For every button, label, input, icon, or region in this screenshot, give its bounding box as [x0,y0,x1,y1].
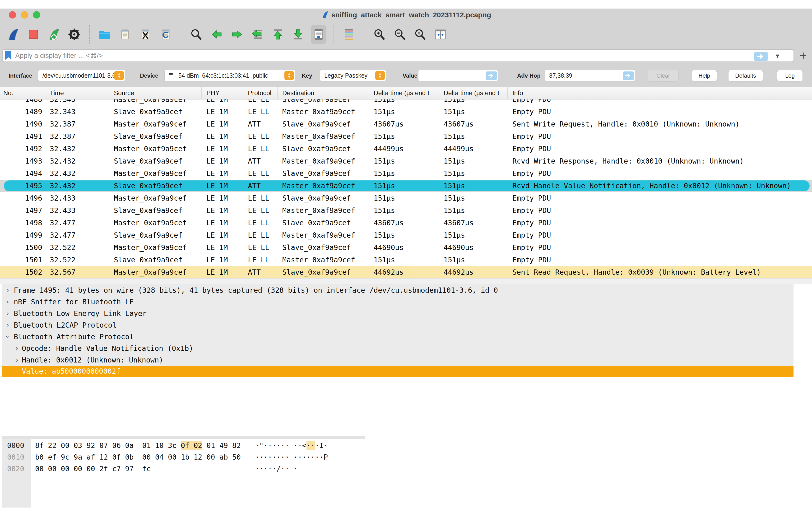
hex-bytes[interactable]: 00 00 00 00 00 2f c7 97 fc [35,463,151,475]
detail-text: Bluetooth Attribute Protocol [14,331,134,343]
display-filter-input[interactable]: Apply a display filter ... <⌘/> ▾ [2,49,794,62]
advhop-input[interactable]: 37,38,39 [545,69,635,82]
hex-bytes[interactable]: 8f 22 00 03 92 07 06 0a 01 10 3c 0f 02 0… [35,440,241,451]
cell-no: 1499 [0,229,45,241]
packet-row-1495[interactable]: 149532.432Slave_0xaf9a9cefLE 1MATTMaster… [0,180,812,192]
go-back-icon[interactable] [209,25,224,44]
packet-row-1493[interactable]: 149332.432Slave_0xaf9a9cefLE 1MATTMaster… [0,155,812,167]
close-file-icon[interactable] [138,25,153,44]
packet-row-1501[interactable]: 150132.522Slave_0xaf9a9cefLE 1MLE LLMast… [0,254,812,266]
capture-options-gear-icon[interactable] [66,25,82,44]
collapsed-chevron-icon[interactable]: › [15,343,19,354]
detail-line[interactable]: ›nRF Sniffer for Bluetooth LE [2,296,793,308]
filter-dropdown-caret-icon[interactable]: ▾ [776,52,779,60]
packet-row-1500[interactable]: 150032.522Master_0xaf9a9cefLE 1MLE LLSla… [0,241,812,254]
collapsed-chevron-icon[interactable]: › [5,296,10,308]
packet-row-1502[interactable]: 150232.567Master_0xaf9a9cefLE 1MATTSlave… [0,266,812,278]
cell-phy: LE 1M [202,167,243,180]
pane-splitter[interactable] [0,278,812,285]
toolbar-separator [334,25,334,44]
interface-stepper-icon[interactable] [114,71,124,80]
clear-button[interactable]: Clear [648,70,679,82]
ascii-bytes[interactable]: ·····/·· · [255,463,298,475]
open-file-folder-icon[interactable] [97,25,112,44]
zoom-out-icon[interactable] [392,25,408,44]
packet-row-1492[interactable]: 149232.432Master_0xaf9a9cefLE 1MLE LLSla… [0,143,812,155]
collapsed-chevron-icon[interactable]: › [5,319,10,331]
log-button[interactable]: Log [777,70,803,82]
column-header-time[interactable]: Time [45,87,109,99]
detail-line[interactable]: ›Bluetooth Attribute Protocol [2,331,793,343]
cell-dest: Master_0xaf9a9cef [278,205,369,217]
column-header-protocol[interactable]: Protocol [243,87,278,99]
detail-line[interactable]: ›Bluetooth L2CAP Protocol [2,319,793,331]
value-apply-arrow-icon[interactable] [486,72,497,80]
packet-row-1494[interactable]: 149432.432Master_0xaf9a9cefLE 1MLE LLSla… [0,167,812,180]
resize-columns-icon[interactable] [433,25,448,44]
cell-delta1: 44692µs [369,266,439,278]
go-to-packet-icon[interactable] [250,25,265,44]
save-file-icon[interactable] [117,25,133,44]
cell-info: Empty PDU [508,130,812,143]
column-header-source[interactable]: Source [109,87,202,99]
auto-scroll-icon[interactable] [311,25,326,44]
cell-no: 1495 [0,180,45,192]
detail-line[interactable]: ›Frame 1495: 41 bytes on wire (328 bits)… [2,285,793,296]
packet-row-1489[interactable]: 148932.343Slave_0xaf9a9cefLE 1MLE LLMast… [0,106,812,118]
ascii-bytes[interactable]: ·"······ ··<···I· [255,440,328,451]
filter-bookmark-icon[interactable] [5,51,11,60]
device-stepper-icon[interactable] [284,71,294,80]
detail-line[interactable]: ›Opcode: Handle Value Notification (0x1b… [2,343,793,354]
collapsed-chevron-icon[interactable]: › [5,285,10,296]
collapsed-chevron-icon[interactable]: › [5,308,10,319]
packet-row-1490[interactable]: 149032.387Master_0xaf9a9cefLE 1MATTSlave… [0,118,812,130]
advhop-apply-arrow-icon[interactable] [623,72,634,80]
column-header-delta1[interactable]: Delta time (µs end t [369,87,439,99]
collapsed-chevron-icon[interactable]: › [15,354,19,366]
restart-capture-icon[interactable] [46,25,62,44]
packet-row-1488[interactable]: 148832.343Master_0xaf9a9cefLE 1MLE LLSla… [0,100,812,106]
first-packet-icon[interactable] [270,25,286,44]
find-packet-icon[interactable] [188,25,204,44]
value-input[interactable] [418,69,498,82]
packet-row-1499[interactable]: 149932.477Slave_0xaf9a9cefLE 1MLE LLMast… [0,229,812,241]
go-forward-icon[interactable] [229,25,245,44]
key-select[interactable]: Legacy Passkey [320,69,386,82]
hex-row-0020[interactable]: 002000 00 00 00 00 2f c7 97 fc·····/·· · [2,463,714,475]
colorize-icon[interactable] [341,25,357,44]
packet-row-1498[interactable]: 149832.477Master_0xaf9a9cefLE 1MLE LLSla… [0,217,812,229]
defaults-button[interactable]: Defaults [728,70,763,82]
cell-delta1: 151µs [369,100,439,106]
stop-capture-icon[interactable] [26,25,41,44]
column-header-phy[interactable]: PHY [202,87,243,99]
ascii-bytes[interactable]: ········ ·······P [255,451,328,463]
column-header-info[interactable]: Info [508,87,812,99]
zoom-in-icon[interactable] [372,25,387,44]
packet-row-1496[interactable]: 149632.433Master_0xaf9a9cefLE 1MLE LLSla… [0,192,812,205]
last-packet-icon[interactable] [290,25,306,44]
cell-delta2: 151µs [439,155,508,167]
add-filter-button[interactable]: + [800,48,807,63]
packet-row-1491[interactable]: 149132.387Slave_0xaf9a9cefLE 1MLE LLMast… [0,130,812,143]
column-header-no[interactable]: No. [0,87,45,99]
reload-file-icon[interactable] [158,25,174,44]
expanded-chevron-icon[interactable]: › [2,334,13,339]
device-select[interactable]: "" -54 dBm 64:c3:1c:13:03:41 public [165,69,295,82]
cell-delta1: 44499µs [369,143,439,155]
column-header-dest[interactable]: Destination [278,87,369,99]
column-header-delta2[interactable]: Delta time (µs end t [439,87,508,99]
hex-row-0010[interactable]: 0010b0 ef 9c 9a af 12 0f 0b 00 04 00 1b … [2,451,714,463]
detail-line-value-highlighted[interactable]: Value: ab5000000000002f [2,366,793,377]
key-stepper-icon[interactable] [375,71,385,80]
detail-line[interactable]: ›Bluetooth Low Energy Link Layer [2,308,793,319]
detail-line[interactable]: ›Handle: 0x0012 (Unknown: Unknown) [2,354,793,366]
cell-time: 32.432 [45,180,109,192]
packet-row-1497[interactable]: 149732.433Slave_0xaf9a9cefLE 1MLE LLMast… [0,205,812,217]
start-capture-fin-icon[interactable] [5,25,21,44]
hex-bytes[interactable]: b0 ef 9c 9a af 12 0f 0b 00 04 00 1b 12 0… [35,451,241,463]
interface-select[interactable]: /dev/cu.usbmodem1101-3.6 [38,69,125,82]
hex-row-0000[interactable]: 00008f 22 00 03 92 07 06 0a 01 10 3c 0f … [2,440,714,451]
zoom-normal-icon[interactable] [412,25,428,44]
apply-filter-button[interactable] [754,52,768,61]
help-button[interactable]: Help [692,70,717,82]
